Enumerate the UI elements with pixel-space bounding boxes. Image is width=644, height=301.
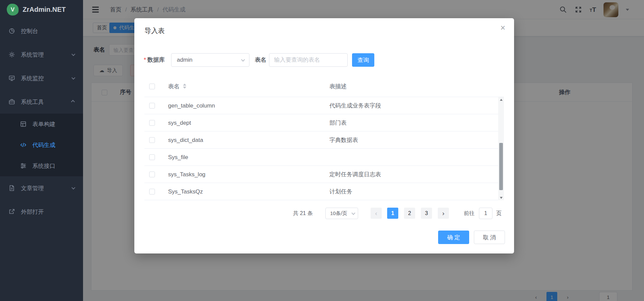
search-button[interactable]: 查询 xyxy=(352,53,374,67)
logo-icon: V xyxy=(7,4,19,16)
table-name-cell: Sys_file xyxy=(168,149,188,166)
table-desc-cell: 字典数据表 xyxy=(329,131,358,149)
confirm-button[interactable]: 确 定 xyxy=(438,231,469,244)
table-desc-cell: 代码生成业务表字段 xyxy=(329,97,381,114)
table-name-cell: sys_Tasks_log xyxy=(168,166,206,183)
goto-unit: 页 xyxy=(496,208,502,219)
monitor-icon xyxy=(8,74,16,82)
dialog-table-header: 表名 表描述 xyxy=(144,76,504,97)
sidebar-item-code-generator[interactable]: 代码生成 xyxy=(0,134,83,155)
dialog-title: 导入表 xyxy=(144,26,165,35)
column-table-name: 表名 xyxy=(168,76,180,97)
table-desc-cell: 部门表 xyxy=(329,114,347,131)
form-grid-icon xyxy=(20,120,27,128)
table-name-label: 表名 xyxy=(255,53,266,67)
table-row[interactable]: Sys_file xyxy=(144,149,504,166)
row-checkbox[interactable] xyxy=(149,189,155,194)
table-row[interactable]: sys_dict_data 字典数据表 xyxy=(144,131,504,149)
chevron-down-icon xyxy=(72,52,75,56)
sort-desc-icon xyxy=(183,87,186,89)
row-checkbox[interactable] xyxy=(149,137,155,143)
prev-page-button[interactable]: ‹ xyxy=(371,208,382,219)
sliders-icon xyxy=(20,162,27,170)
page-size-select[interactable]: 10条/页 xyxy=(325,208,358,219)
table-desc-cell: 定时任务调度日志表 xyxy=(329,166,381,183)
toolbox-icon xyxy=(8,98,16,106)
sidebar-submenu-system-tools: 表单构建 代码生成 系统接口 xyxy=(0,114,83,176)
cancel-button[interactable]: 取 消 xyxy=(474,231,505,244)
sidebar-item-system-api[interactable]: 系统接口 xyxy=(0,155,83,176)
sidebar-item-label: 控制台 xyxy=(21,27,38,35)
sidebar-item-system-monitor[interactable]: 系统监控 xyxy=(0,66,83,90)
sidebar-item-label: 代码生成 xyxy=(32,141,55,149)
dialog-table-body: gen_table_column 代码生成业务表字段 sys_dept 部门表 … xyxy=(144,97,504,200)
table-name-cell: sys_dept xyxy=(168,114,191,131)
sidebar-item-form-builder[interactable]: 表单构建 xyxy=(0,114,83,134)
row-checkbox[interactable] xyxy=(149,103,155,109)
row-checkbox[interactable] xyxy=(149,172,155,177)
table-row[interactable]: sys_Tasks_log 定时任务调度日志表 xyxy=(144,166,504,183)
row-checkbox[interactable] xyxy=(149,154,155,160)
table-desc-cell: 计划任务 xyxy=(329,183,352,200)
total-count: 共 21 条 xyxy=(293,208,313,219)
scrollbar-thumb[interactable] xyxy=(499,143,503,190)
table-row[interactable]: sys_dept 部门表 xyxy=(144,114,504,131)
sidebar-item-label: 系统监控 xyxy=(21,74,44,82)
scroll-down-icon[interactable] xyxy=(498,195,504,200)
sidebar-item-label: 系统工具 xyxy=(21,98,44,106)
database-label: *数据库 xyxy=(144,53,165,67)
sort-asc-icon xyxy=(183,84,186,86)
logo-letter: V xyxy=(11,6,15,13)
next-page-button[interactable]: › xyxy=(438,208,449,219)
sidebar-item-article-manage[interactable]: 文章管理 xyxy=(0,176,83,200)
table-row[interactable]: gen_table_column 代码生成业务表字段 xyxy=(144,97,504,114)
code-icon xyxy=(20,141,27,149)
database-select-value: admin xyxy=(177,54,192,66)
gear-icon xyxy=(8,51,16,58)
column-table-desc: 表描述 xyxy=(329,76,347,97)
import-table-dialog: 导入表 × *数据库 admin 表名 查询 表名 表描述 gen_table_… xyxy=(134,18,514,253)
sidebar-item-system-manage[interactable]: 系统管理 xyxy=(0,43,83,66)
sidebar-item-label: 文章管理 xyxy=(21,184,44,192)
sidebar-menu: 控制台 系统管理 系统监控 系统工具 表单构建 代码生成 xyxy=(0,19,83,223)
sort-caret-icon[interactable] xyxy=(183,84,186,89)
table-name-cell: gen_table_column xyxy=(168,97,215,114)
sidebar-item-label: 系统管理 xyxy=(21,51,44,59)
chevron-down-icon xyxy=(72,186,75,189)
chevron-up-icon xyxy=(71,100,75,103)
sidebar-item-label: 外部打开 xyxy=(21,208,44,216)
chevron-down-icon xyxy=(351,211,355,215)
dialog-pagination: 共 21 条 10条/页 ‹ 1 2 3 › 前往 页 xyxy=(134,208,514,219)
chevron-down-icon xyxy=(241,58,245,61)
table-name-cell: Sys_TasksQz xyxy=(168,183,203,200)
row-checkbox[interactable] xyxy=(149,120,155,126)
sidebar: V ZrAdmin.NET 控制台 系统管理 系统监控 系统工具 表单构建 xyxy=(0,0,83,301)
sidebar-item-dashboard[interactable]: 控制台 xyxy=(0,19,83,43)
sidebar-item-label: 表单构建 xyxy=(32,120,55,128)
table-name-cell: sys_dict_data xyxy=(168,131,203,149)
required-asterisk: * xyxy=(144,57,146,63)
scrollbar[interactable] xyxy=(498,97,504,200)
sidebar-item-external-open[interactable]: 外部打开 xyxy=(0,200,83,223)
page-size-value: 10条/页 xyxy=(330,208,347,219)
page-2-button[interactable]: 2 xyxy=(404,208,415,219)
goto-label: 前往 xyxy=(464,208,475,219)
chevron-down-icon xyxy=(72,76,75,80)
dialog-query-form: *数据库 admin 表名 查询 xyxy=(134,53,514,67)
page-1-button[interactable]: 1 xyxy=(387,208,398,219)
app-logo[interactable]: V ZrAdmin.NET xyxy=(0,0,83,19)
goto-page-input[interactable] xyxy=(479,208,492,219)
app-title: ZrAdmin.NET xyxy=(23,6,66,13)
table-row[interactable]: Sys_TasksQz 计划任务 xyxy=(144,183,504,200)
select-all-checkbox[interactable] xyxy=(149,84,155,89)
scroll-up-icon[interactable] xyxy=(498,97,504,102)
page-3-button[interactable]: 3 xyxy=(421,208,432,219)
database-select[interactable]: admin xyxy=(171,53,249,67)
close-icon[interactable]: × xyxy=(500,24,505,32)
document-icon xyxy=(8,184,16,192)
sidebar-item-label: 系统接口 xyxy=(32,162,55,170)
sidebar-item-system-tools[interactable]: 系统工具 xyxy=(0,90,83,114)
dashboard-icon xyxy=(8,27,16,35)
external-link-icon xyxy=(8,208,16,215)
table-name-input[interactable] xyxy=(269,53,348,67)
